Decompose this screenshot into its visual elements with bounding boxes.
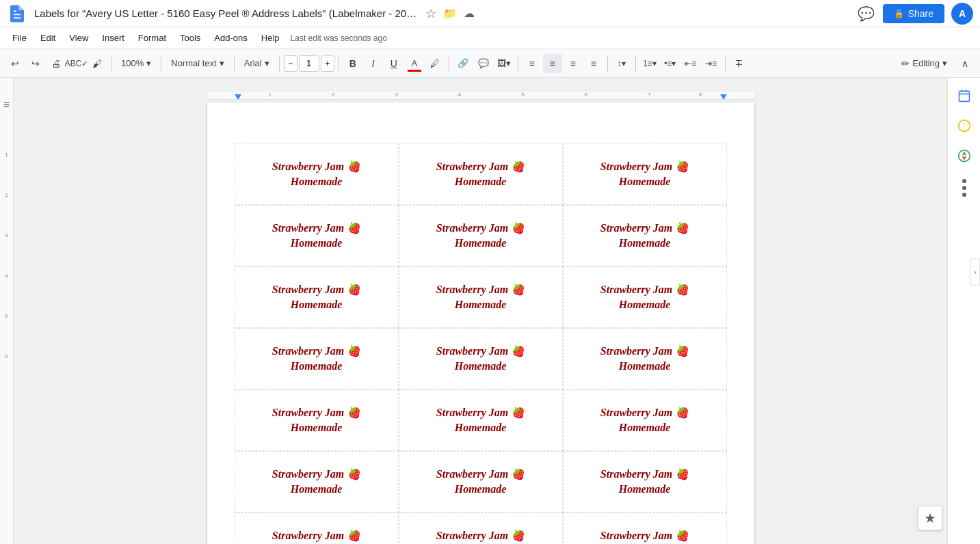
label-homemade-text: Homemade — [455, 360, 507, 372]
sidebar-more-dots[interactable] — [962, 179, 966, 197]
undo-button[interactable]: ↩ — [5, 54, 25, 73]
label-cell: Strawberry Jam 🍓 Homemade — [235, 267, 399, 328]
toolbar-separator-8 — [607, 55, 608, 72]
svg-marker-10 — [962, 151, 966, 156]
label-text-line2: Homemade — [455, 359, 507, 374]
comment-button[interactable]: 💬 — [474, 54, 493, 73]
label-cell: Strawberry Jam 🍓 Homemade — [563, 451, 727, 513]
chat-icon[interactable]: 💬 — [858, 5, 875, 22]
label-text-line1: Strawberry Jam 🍓 — [436, 282, 525, 297]
menu-file[interactable]: File — [7, 30, 32, 46]
label-text-line1: Strawberry Jam 🍓 — [436, 344, 525, 359]
paint-format-button[interactable]: 🖌 — [88, 54, 107, 73]
line-spacing-button[interactable]: ↕▾ — [612, 54, 631, 73]
menu-help[interactable]: Help — [256, 30, 285, 46]
share-button[interactable]: 🔒 Share — [883, 4, 944, 23]
folder-icon[interactable]: 📁 — [443, 7, 457, 20]
font-family-dropdown[interactable]: Arial ▾ — [239, 54, 275, 73]
highlight-button[interactable]: 🖊 — [425, 54, 445, 73]
align-left-button[interactable]: ≡ — [522, 54, 542, 73]
print-button[interactable]: 🖨 — [47, 54, 66, 73]
toolbar-separator-1 — [111, 55, 111, 72]
label-cell: Strawberry Jam 🍓 Homemade — [235, 205, 399, 267]
label-cell: Strawberry Jam 🍓 Homemade — [563, 390, 727, 451]
vertical-ruler: ≡ 1 2 3 4 5 6 — [0, 78, 14, 544]
font-family-label: Arial — [244, 58, 262, 68]
label-text-line1: Strawberry Jam 🍓 — [600, 467, 689, 482]
toolbar-separator-2 — [161, 55, 161, 72]
label-cell: Strawberry Jam 🍓 Homemade — [399, 328, 563, 390]
collapse-toolbar-button[interactable]: ∧ — [955, 54, 975, 73]
docs-icon — [7, 3, 27, 24]
label-text-line1: Strawberry Jam 🍓 — [436, 221, 525, 236]
menu-edit[interactable]: Edit — [35, 30, 61, 46]
align-center-button[interactable]: ≡ — [543, 54, 562, 73]
label-text-line1: Strawberry Jam 🍓 — [272, 467, 360, 482]
label-text-line2: Homemade — [291, 420, 343, 435]
label-text-line2: Homemade — [455, 482, 507, 497]
italic-button[interactable]: I — [364, 54, 383, 73]
label-text-line1: Strawberry Jam 🍓 — [436, 528, 525, 543]
image-button[interactable]: 🖼▾ — [494, 54, 514, 73]
label-homemade-text: Homemade — [455, 422, 507, 433]
label-text-line1: Strawberry Jam 🍓 — [600, 344, 689, 359]
align-justify-button[interactable]: ≡ — [584, 54, 603, 73]
star-icon[interactable]: ☆ — [425, 6, 436, 21]
clear-formatting-button[interactable]: T̶ — [730, 54, 749, 73]
decrease-indent-button[interactable]: ⇤≡ — [681, 54, 700, 73]
toolbar-separator-3 — [234, 55, 235, 72]
toolbar: ↩ ↪ 🖨 ABC✓ 🖌 100% ▾ Normal text ▾ Arial … — [0, 49, 980, 78]
font-size-decrease[interactable]: − — [284, 55, 297, 72]
cloud-icon[interactable]: ☁ — [464, 7, 475, 20]
menu-view[interactable]: View — [64, 30, 94, 46]
label-cell: Strawberry Jam 🍓 Homemade — [235, 328, 399, 390]
link-button[interactable]: 🔗 — [453, 54, 473, 73]
redo-button[interactable]: ↪ — [26, 54, 45, 73]
label-jam-text: Strawberry Jam 🍓 — [272, 222, 360, 234]
zoom-dropdown[interactable]: 100% ▾ — [116, 54, 157, 73]
sidebar-calendar-icon[interactable] — [952, 83, 977, 108]
menu-bar: File Edit View Insert Format Tools Add-o… — [0, 27, 980, 49]
font-size-increase[interactable]: + — [321, 55, 334, 72]
label-homemade-text: Homemade — [455, 483, 507, 495]
editing-mode-button[interactable]: ✏ Editing ▾ — [895, 54, 954, 73]
sidebar-tasks-icon[interactable]: ! — [952, 113, 977, 138]
menu-insert[interactable]: Insert — [96, 30, 130, 46]
label-cell: Strawberry Jam 🍓 Homemade — [563, 267, 727, 328]
spellcheck-button[interactable]: ABC✓ — [67, 54, 86, 73]
label-text-line2: Homemade — [291, 297, 343, 312]
smart-compose-button[interactable] — [918, 506, 942, 530]
outline-toggle[interactable]: ≡ — [3, 98, 10, 111]
text-color-button[interactable]: A — [405, 54, 424, 73]
increase-indent-button[interactable]: ⇥≡ — [702, 54, 721, 73]
label-text-line1: Strawberry Jam 🍓 — [272, 221, 360, 236]
label-jam-text: Strawberry Jam 🍓 — [272, 345, 360, 357]
label-text-line2: Homemade — [619, 297, 671, 312]
avatar[interactable]: A — [951, 3, 973, 25]
align-right-button[interactable]: ≡ — [564, 54, 583, 73]
toolbar-separator-7 — [518, 55, 518, 72]
label-text-line2: Homemade — [455, 174, 507, 189]
label-text-line1: Strawberry Jam 🍓 — [600, 528, 689, 543]
text-style-dropdown[interactable]: Normal text ▾ — [165, 54, 229, 73]
label-cell: Strawberry Jam 🍓 Homemade — [563, 513, 727, 544]
menu-format[interactable]: Format — [133, 30, 172, 46]
document-page: Strawberry Jam 🍓 Homemade Strawberry Jam… — [207, 103, 754, 544]
label-text-line1: Strawberry Jam 🍓 — [436, 467, 525, 482]
numbered-list-button[interactable]: 1≡▾ — [640, 54, 659, 73]
label-jam-text: Strawberry Jam 🍓 — [600, 345, 689, 357]
expand-sidebar-button[interactable]: › — [970, 258, 980, 286]
label-jam-text: Strawberry Jam 🍓 — [436, 345, 525, 357]
underline-button[interactable]: U — [384, 54, 403, 73]
label-text-line2: Homemade — [619, 359, 671, 374]
label-jam-text: Strawberry Jam 🍓 — [436, 284, 525, 295]
menu-addons[interactable]: Add-ons — [209, 30, 252, 46]
label-homemade-text: Homemade — [291, 422, 343, 433]
sidebar-compass-icon[interactable] — [952, 144, 977, 168]
document-title: Labels for "Avery US Letter - 5160 Easy … — [34, 8, 417, 19]
edit-icon: ✏ — [901, 58, 910, 69]
menu-tools[interactable]: Tools — [174, 30, 206, 46]
bold-button[interactable]: B — [343, 54, 362, 73]
font-size-input[interactable] — [299, 55, 319, 72]
bulleted-list-button[interactable]: •≡▾ — [661, 54, 680, 73]
